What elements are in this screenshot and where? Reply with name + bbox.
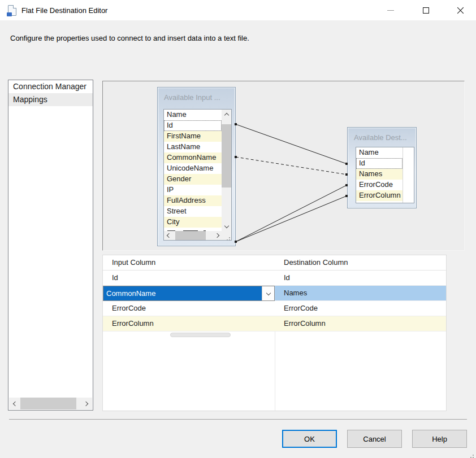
list-item[interactable]: ErrorCode <box>356 180 403 190</box>
list-item[interactable]: Id <box>356 158 403 169</box>
scroll-up-arrow[interactable] <box>222 110 231 119</box>
grid-overlay-scrollbar[interactable] <box>170 333 231 337</box>
input-table-title: Available Input ... <box>158 88 235 102</box>
scrollbar-track[interactable] <box>20 398 81 409</box>
list-item[interactable]: UnicodeName <box>164 163 222 174</box>
sidebar-horizontal-scrollbar[interactable] <box>9 398 92 409</box>
grid-row: ErrorColumnErrorColumn <box>103 316 446 331</box>
destination-column-cell[interactable]: Id <box>275 271 446 285</box>
chevron-down-icon[interactable] <box>262 286 274 300</box>
input-column-cell[interactable]: ErrorCode <box>103 301 275 316</box>
footer-separator <box>9 419 467 420</box>
minimize-button[interactable] <box>378 0 404 20</box>
scroll-right-arrow[interactable] <box>213 231 222 240</box>
input-column-list: NameIdFirstNameLastNameCommonNameUnicode… <box>163 109 232 241</box>
input-column-cell[interactable]: Id <box>103 271 275 285</box>
input-list-vertical-scrollbar[interactable] <box>222 110 231 231</box>
scroll-left-arrow[interactable] <box>9 398 20 409</box>
available-input-columns-table[interactable]: Available Input ... NameIdFirstNameLastN… <box>157 87 236 246</box>
window-resize-grip[interactable] <box>473 455 474 456</box>
dest-table-title: Available Dest... <box>348 128 416 142</box>
window-title: Flat File Destination Editor <box>21 6 107 15</box>
destination-column-header: Destination Column <box>275 255 446 270</box>
cancel-button[interactable]: Cancel <box>347 430 402 448</box>
input-column-combobox[interactable]: CommonName <box>103 286 275 300</box>
maximize-icon <box>423 7 429 14</box>
scrollbar-thumb[interactable] <box>20 398 76 409</box>
close-icon <box>457 7 464 14</box>
maximize-button[interactable] <box>413 0 439 20</box>
destination-column-cell[interactable]: ErrorCode <box>275 301 446 316</box>
ok-button[interactable]: OK <box>282 430 337 448</box>
mapping-line-errorcolumn <box>236 196 347 242</box>
scrollbar-thumb[interactable] <box>175 231 206 240</box>
empty-column-strip <box>403 147 414 203</box>
list-item[interactable]: ErrorColumn <box>356 190 403 201</box>
list-item[interactable]: CommonName <box>164 152 222 163</box>
list-item[interactable]: IP <box>164 185 222 195</box>
mapping-line-commonname <box>236 157 347 175</box>
list-item[interactable]: FirstName <box>164 131 222 142</box>
list-column-header: Name <box>164 110 222 120</box>
list-item[interactable]: LastName <box>164 142 222 152</box>
grid-row: CommonNameNames <box>103 286 446 301</box>
column-mapping-grid: Input Column Destination Column IdIdComm… <box>102 255 447 411</box>
grid-header-row: Input Column Destination Column <box>103 255 446 271</box>
input-column-cell[interactable]: ErrorColumn <box>103 316 275 331</box>
scrollbar-thumb[interactable] <box>222 124 231 187</box>
grid-row: ErrorCodeErrorCode <box>103 301 446 316</box>
list-item[interactable]: Id <box>164 120 222 131</box>
destination-column-cell[interactable]: Names <box>275 286 446 300</box>
minimize-icon <box>387 10 394 11</box>
mapping-diagram-panel: Available Input ... NameIdFirstNameLastN… <box>102 81 465 251</box>
scroll-left-arrow[interactable] <box>164 231 172 240</box>
input-list-horizontal-scrollbar[interactable] <box>164 231 222 240</box>
list-column-header: Name <box>356 147 403 158</box>
sidebar-item-connection-manager[interactable]: Connection Manager <box>8 80 93 93</box>
mapping-line-id <box>236 124 347 164</box>
combobox-value: CommonName <box>103 286 262 300</box>
help-button[interactable]: Help <box>412 430 467 448</box>
sidebar: Connection ManagerMappings <box>8 80 93 411</box>
sidebar-item-mappings[interactable]: Mappings <box>8 93 93 106</box>
list-item[interactable]: City <box>164 217 222 228</box>
dialog-description: Configure the properties used to connect… <box>10 34 249 42</box>
input-column-cell: CommonName <box>103 286 275 300</box>
close-button[interactable] <box>447 0 473 20</box>
scroll-down-arrow[interactable] <box>222 222 231 231</box>
list-item[interactable]: Gender <box>164 174 222 185</box>
list-item[interactable]: FullAddress <box>164 195 222 206</box>
list-item[interactable]: Street <box>164 206 222 217</box>
input-column-header: Input Column <box>103 255 275 270</box>
dest-column-list: NameIdNamesErrorCodeErrorColumn <box>356 147 414 203</box>
list-item[interactable]: Names <box>356 169 403 180</box>
destination-column-cell[interactable]: ErrorColumn <box>275 316 446 331</box>
scroll-right-arrow[interactable] <box>81 398 92 409</box>
available-destination-columns-table[interactable]: Available Dest... NameIdNamesErrorCodeEr… <box>347 127 417 208</box>
app-icon <box>8 5 16 16</box>
mapping-line-errorcode <box>236 185 347 242</box>
resize-grip[interactable] <box>222 231 231 240</box>
grid-row: IdId <box>103 271 446 286</box>
title-bar: Flat File Destination Editor <box>0 0 476 20</box>
